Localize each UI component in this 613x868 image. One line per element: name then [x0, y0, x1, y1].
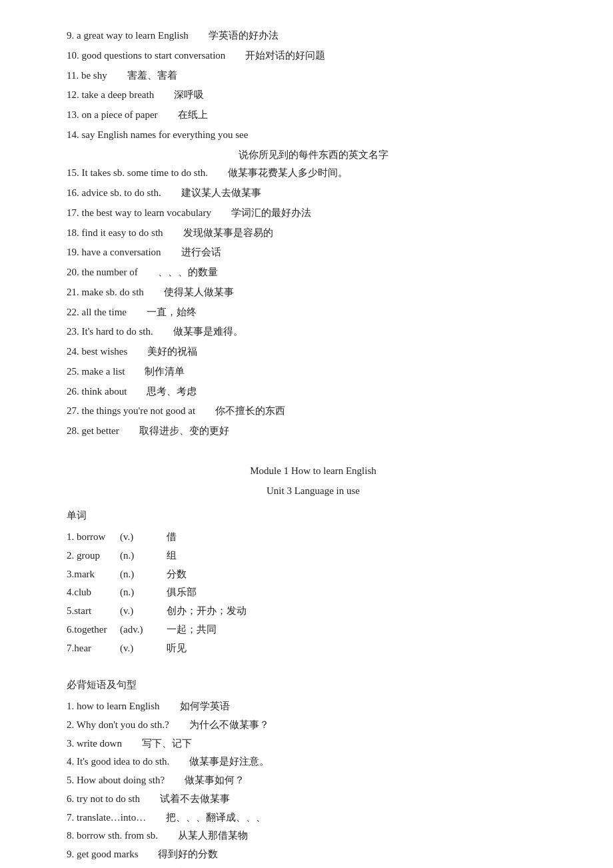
- phrase-item: 7. translate…into… 把、、、翻译成、、、: [67, 809, 560, 827]
- module-title: Module 1 How to learn English: [67, 462, 560, 481]
- top-phrase-item: 21. make sb. do sth 使得某人做某事: [67, 283, 560, 302]
- top-phrase-item: 13. on a piece of paper 在纸上: [67, 106, 560, 125]
- top-phrase-item: 26. think about 思考、考虑: [67, 383, 560, 401]
- top-phrase-item: 17. the best way to learn vocabulary 学词汇…: [67, 204, 560, 223]
- phrase-item: 10. get bad marks 得到差的分数: [67, 864, 560, 868]
- top-phrase-item: 10. good questions to start conversation…: [67, 47, 560, 65]
- top-phrase-item: 12. take a deep breath 深呼吸: [67, 86, 560, 105]
- phrase-item: 6. try not to do sth 试着不去做某事: [67, 790, 560, 809]
- vocab-row: 5.start(v.)创办；开办；发动: [67, 602, 560, 621]
- phrase-item: 2. Why don't you do sth.? 为什么不做某事？: [67, 716, 560, 735]
- top-phrase-item: 14. say English names for everything you…: [67, 126, 560, 145]
- top-phrase-item: 9. a great way to learn English 学英语的好办法: [67, 27, 560, 45]
- top-phrase-item: 22. all the time 一直，始终: [67, 303, 560, 322]
- top-phrases-section: 9. a great way to learn English 学英语的好办法1…: [67, 27, 560, 441]
- top-phrase-item: 24. best wishes 美好的祝福: [67, 343, 560, 361]
- vocab-row: 1. borrow(v.)借: [67, 528, 560, 547]
- phrase-label: 必背短语及句型: [67, 676, 560, 695]
- phrase-item: 5. How about doing sth? 做某事如何？: [67, 771, 560, 790]
- vocab-row: 4.club(n.)俱乐部: [67, 583, 560, 602]
- top-phrase-item: 20. the number of 、、、的数量: [67, 263, 560, 282]
- vocab-row: 7.hear(v.)听见: [67, 639, 560, 658]
- top-phrase-item: 18. find it easy to do sth 发现做某事是容易的: [67, 224, 560, 243]
- phrases-list: 1. how to learn English 如何学英语2. Why don'…: [67, 697, 560, 868]
- phrase-item: 4. It's good idea to do sth. 做某事是好注意。: [67, 753, 560, 771]
- vocab-label: 单词: [67, 507, 560, 525]
- vocab-row: 6.together(adv.)一起；共同: [67, 621, 560, 639]
- top-phrase-item: 27. the things you're not good at 你不擅长的东…: [67, 402, 560, 421]
- top-phrase-item: 11. be shy 害羞、害着: [67, 67, 560, 85]
- unit-title: Unit 3 Language in use: [67, 482, 560, 501]
- top-phrase-item: 23. It's hard to do sth. 做某事是难得。: [67, 323, 560, 341]
- phrase-item: 3. write down 写下、记下: [67, 735, 560, 753]
- top-phrase-item: 25. make a list 制作清单: [67, 363, 560, 381]
- top-phrase-item: 19. have a conversation 进行会话: [67, 243, 560, 262]
- vocab-table: 1. borrow(v.)借2. group(n.)组3.mark(n.)分数4…: [67, 528, 560, 657]
- vocab-row: 2. group(n.)组: [67, 547, 560, 565]
- vocab-row: 3.mark(n.)分数: [67, 565, 560, 584]
- top-phrase-item: 15. It takes sb. some time to do sth. 做某…: [67, 164, 560, 183]
- top-phrase-item: 16. advice sb. to do sth. 建议某人去做某事: [67, 184, 560, 203]
- top-phrase-item: 28. get better 取得进步、变的更好: [67, 422, 560, 441]
- phrase-item: 9. get good marks 得到好的分数: [67, 845, 560, 864]
- phrase-item: 8. borrow sth. from sb. 从某人那借某物: [67, 827, 560, 845]
- phrase-item: 1. how to learn English 如何学英语: [67, 697, 560, 716]
